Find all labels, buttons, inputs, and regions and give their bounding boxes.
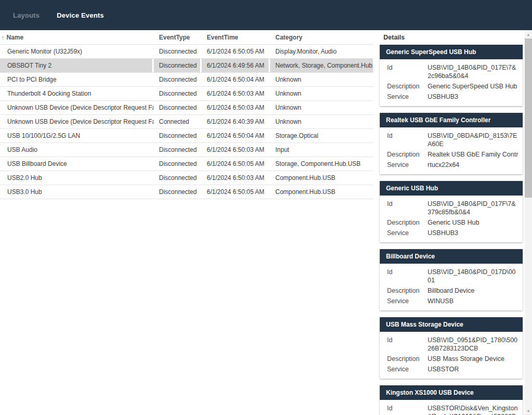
cell-name: USB3.0 Hub (0, 185, 154, 199)
device-field-value: WINUSB (428, 297, 518, 305)
device-card-title: USB Mass Storage Device (380, 317, 523, 332)
cell-category: Unknown (270, 87, 373, 100)
cell-eventtype: Disconnected (154, 185, 202, 199)
cell-category: Component.Hub.USB (270, 185, 373, 199)
cell-eventtype: Connected (154, 115, 202, 128)
table-row[interactable]: USB2.0 Hub Disconnected 6/1/2024 6:50:03… (0, 171, 373, 185)
cell-name: USB2.0 Hub (0, 171, 154, 185)
column-header-category[interactable]: Category (270, 34, 373, 41)
device-field-label: Description (387, 82, 428, 90)
device-field-value: Billboard Device (428, 287, 518, 295)
cell-eventtime: 6/1/2024 6:50:05 AM (202, 185, 270, 199)
device-field-value: USB\VID_14B0&PID_017D\0001 (428, 268, 518, 284)
device-field-label: Service (387, 365, 428, 373)
device-field: Id USB\VID_14B0&PID_017D\0001 (380, 267, 523, 286)
cell-category: Component.Hub.USB (270, 171, 373, 185)
table-row[interactable]: USB Audio Disconnected 6/1/2024 6:50:03 … (0, 143, 373, 157)
table-row[interactable]: OBSBOT Tiny 2 Disconnected 6/1/2024 6:49… (0, 59, 373, 73)
device-card-body: Id USB\VID_0BDA&PID_8153\7EA60E Descript… (380, 127, 523, 174)
sort-ascending-icon: ↑ (2, 34, 5, 41)
cell-name: OBSBOT Tiny 2 (0, 59, 154, 72)
device-field: Service WINUSB (380, 296, 523, 306)
device-field-label: Id (387, 336, 428, 353)
cell-name: USB 10/100/1G/2.5G LAN (0, 129, 154, 142)
cell-category: Unknown (270, 101, 373, 114)
device-card: Generic SuperSpeed USB Hub Id USB\VID_14… (380, 45, 523, 106)
device-card-body: Id USB\VID_0951&PID_1780\50026B7283123DC… (380, 332, 523, 379)
device-field-value: USBHUB3 (428, 229, 518, 237)
device-card: Realtek USB GbE Family Controller Id USB… (380, 113, 523, 174)
details-cards: Generic SuperSpeed USB Hub Id USB\VID_14… (380, 45, 523, 415)
device-card: Generic USB Hub Id USB\VID_14B0&PID_017F… (380, 181, 523, 242)
cell-name: PCI to PCI Bridge (0, 73, 154, 86)
device-card: USB Mass Storage Device Id USB\VID_0951&… (380, 317, 523, 379)
device-field-label: Description (387, 287, 428, 295)
cell-eventtype: Disconnected (154, 157, 202, 171)
cell-name: USB Audio (0, 143, 154, 157)
table-row[interactable]: Unknown USB Device (Device Descriptor Re… (0, 115, 373, 129)
device-field-label: Id (387, 63, 428, 80)
table-body: Generic Monitor (U32J59x) Disconnected 6… (0, 45, 373, 199)
cell-eventtime: 6/1/2024 6:50:03 AM (202, 101, 270, 114)
column-header-eventtime[interactable]: EventTime (202, 34, 270, 41)
device-field-label: Description (387, 355, 428, 363)
scrollbar-thumb[interactable] (525, 38, 532, 198)
cell-eventtype: Disconnected (154, 101, 202, 114)
scroll-up-icon: ▲ (527, 33, 530, 36)
cell-category: Input (270, 143, 373, 157)
device-field: Service USBHUB3 (380, 228, 523, 238)
device-field-label: Description (387, 150, 428, 159)
details-panel: Details Generic SuperSpeed USB Hub Id US… (373, 30, 525, 415)
device-field: Description Generic SuperSpeed USB Hub (380, 81, 523, 92)
column-header-eventtype[interactable]: EventType (154, 34, 202, 41)
details-scrollbar[interactable]: ▲ ▼ (525, 30, 532, 415)
cell-eventtime: 6/1/2024 6:50:05 AM (202, 45, 270, 58)
cell-category: Storage.Optical (270, 129, 373, 142)
table-row[interactable]: Unknown USB Device (Device Descriptor Re… (0, 101, 373, 115)
table-row[interactable]: USB Billboard Device Disconnected 6/1/20… (0, 157, 373, 171)
events-table: ↑ Name EventType EventTime Category Gene… (0, 30, 373, 415)
column-header-name-label: Name (7, 34, 24, 41)
cell-category: Storage, Component.Hub.USB (270, 157, 373, 171)
cell-name: USB Billboard Device (0, 157, 154, 171)
device-card-title: Kingston XS1000 USB Device (380, 385, 523, 400)
device-card-title: Generic USB Hub (380, 181, 523, 196)
cell-category: Display.Monitor, Audio (270, 45, 373, 58)
device-field-value: Generic SuperSpeed USB Hub (428, 82, 518, 90)
device-field-value: Generic USB Hub (428, 218, 518, 227)
device-field-value: USBSTOR\Disk&Ven_Kingston&Prod_XS1000&Re… (428, 404, 518, 415)
cell-eventtype: Disconnected (154, 59, 202, 72)
device-card-body: Id USB\VID_14B0&PID_017F\7&379c85fb&0&4 … (380, 196, 523, 242)
column-header-name[interactable]: ↑ Name (0, 34, 154, 41)
device-field-value: Realtek USB GbE Family Controller (428, 150, 518, 159)
device-field-label: Service (387, 229, 428, 237)
table-row[interactable]: Thunderbolt 4 Docking Station Disconnect… (0, 87, 373, 101)
device-field: Description Billboard Device (380, 286, 523, 296)
cell-eventtype: Disconnected (154, 45, 202, 58)
device-field-value: USBSTOR (428, 365, 518, 373)
device-field-value: USB Mass Storage Device (428, 355, 518, 363)
device-field: Description USB Mass Storage Device (380, 354, 523, 364)
device-field: Id USB\VID_14B0&PID_017E\7&2c96ba5&0&4 (380, 62, 523, 81)
cell-eventtime: 6/1/2024 6:50:04 AM (202, 73, 270, 86)
device-field-label: Id (387, 200, 428, 216)
device-card-title: Generic SuperSpeed USB Hub (380, 45, 523, 59)
table-row[interactable]: Generic Monitor (U32J59x) Disconnected 6… (0, 45, 373, 59)
device-field-value: USB\VID_14B0&PID_017F\7&379c85fb&0&4 (428, 200, 518, 216)
tab-layouts[interactable]: Layouts (13, 11, 39, 19)
device-events-app: Layouts Device Events ↑ Name EventType E… (0, 0, 532, 415)
device-field-label: Service (387, 93, 428, 101)
table-row[interactable]: USB 10/100/1G/2.5G LAN Disconnected 6/1/… (0, 129, 373, 143)
cell-category: Unknown (270, 73, 373, 86)
cell-category: Unknown (270, 115, 373, 128)
tab-device-events[interactable]: Device Events (57, 11, 104, 19)
scroll-down-button[interactable]: ▼ (525, 407, 532, 415)
table-header-row: ↑ Name EventType EventTime Category (0, 30, 373, 45)
cell-eventtime: 6/1/2024 6:50:04 AM (202, 129, 270, 142)
cell-eventtime: 6/1/2024 6:50:05 AM (202, 157, 270, 171)
device-field-value: USB\VID_14B0&PID_017E\7&2c96ba5&0&4 (428, 63, 518, 80)
cell-eventtype: Disconnected (154, 129, 202, 142)
table-row[interactable]: USB3.0 Hub Disconnected 6/1/2024 6:50:05… (0, 185, 373, 199)
scroll-up-button[interactable]: ▲ (525, 30, 532, 38)
table-row[interactable]: PCI to PCI Bridge Disconnected 6/1/2024 … (0, 73, 373, 87)
